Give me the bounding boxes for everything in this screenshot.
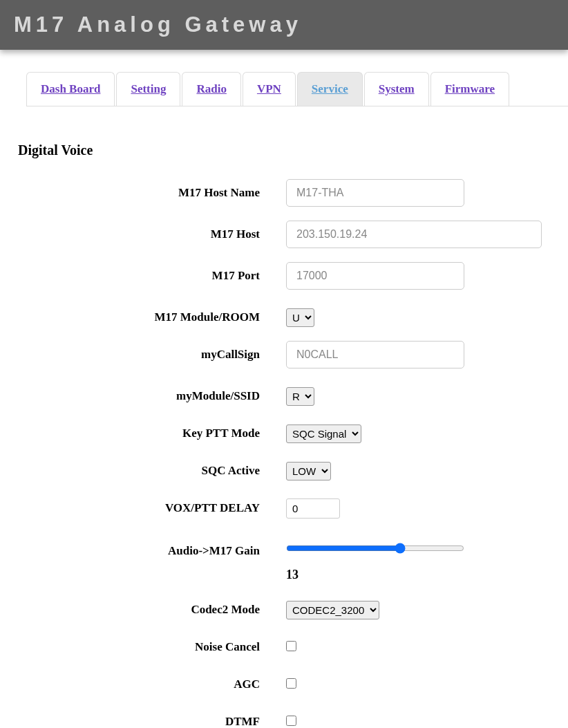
select-sqc-active[interactable]: LOW <box>286 462 331 480</box>
input-m17-host-name[interactable] <box>286 179 464 207</box>
checkbox-dtmf[interactable] <box>286 716 296 726</box>
label-codec2: Codec2 Mode <box>0 603 286 617</box>
tab-divider <box>26 106 568 106</box>
label-m17-port: M17 Port <box>0 269 286 283</box>
checkbox-noise-cancel[interactable] <box>286 641 296 651</box>
label-ptt-mode: Key PTT Mode <box>0 427 286 440</box>
tab-radio[interactable]: Radio <box>182 72 240 106</box>
select-codec2[interactable]: CODEC2_3200 <box>286 601 379 619</box>
label-m17-host: M17 Host <box>0 227 286 241</box>
select-ptt-mode[interactable]: SQC Signal <box>286 424 361 443</box>
label-m17-module: M17 Module/ROOM <box>0 310 286 324</box>
tab-dashboard[interactable]: Dash Board <box>26 72 115 106</box>
label-agc: AGC <box>0 678 286 691</box>
tab-service[interactable]: Service <box>297 72 363 106</box>
input-callsign[interactable] <box>286 341 464 368</box>
input-vox-delay[interactable] <box>286 498 340 519</box>
label-callsign: myCallSign <box>0 348 286 362</box>
tab-vpn[interactable]: VPN <box>243 72 296 106</box>
service-form: M17 Host Name M17 Host M17 Port M17 Modu… <box>0 179 568 728</box>
select-my-module[interactable]: R <box>286 387 314 406</box>
slider-audio-gain[interactable] <box>286 543 464 554</box>
section-title: Digital Voice <box>18 142 568 158</box>
label-noise-cancel: Noise Cancel <box>0 640 286 654</box>
audio-gain-value: 13 <box>286 568 568 582</box>
input-m17-port[interactable] <box>286 262 464 290</box>
label-dtmf: DTMF <box>0 715 286 728</box>
app-header: M17 Analog Gateway <box>0 0 568 50</box>
tab-bar: Dash Board Setting Radio VPN Service Sys… <box>26 72 568 106</box>
input-m17-host[interactable] <box>286 221 542 248</box>
select-m17-module[interactable]: U <box>286 308 314 327</box>
tab-firmware[interactable]: Firmware <box>430 72 509 106</box>
label-vox-delay: VOX/PTT DELAY <box>0 501 286 515</box>
label-m17-host-name: M17 Host Name <box>0 186 286 200</box>
label-my-module: myModule/SSID <box>0 389 286 403</box>
label-audio-gain: Audio->M17 Gain <box>0 543 286 558</box>
tab-system[interactable]: System <box>364 72 429 106</box>
app-title: M17 Analog Gateway <box>14 12 554 37</box>
label-sqc-active: SQC Active <box>0 464 286 478</box>
checkbox-agc[interactable] <box>286 678 296 689</box>
tab-setting[interactable]: Setting <box>116 72 180 106</box>
